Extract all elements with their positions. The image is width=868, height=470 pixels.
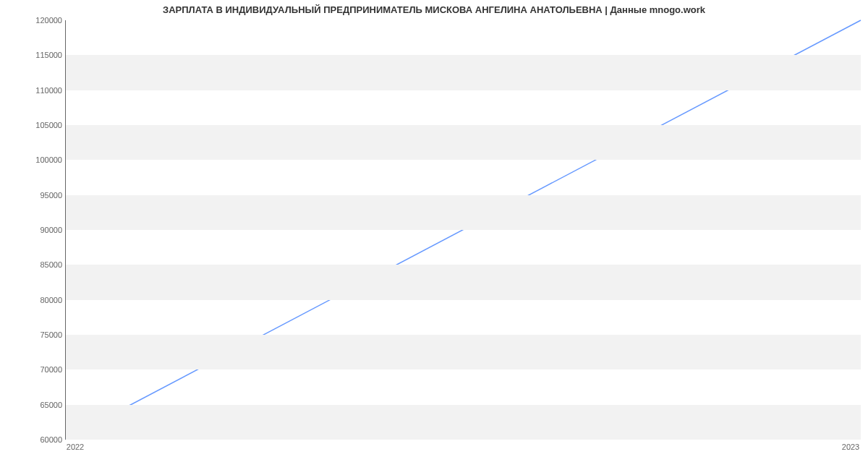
- y-tick-label: 100000: [4, 155, 62, 164]
- plot-area: [65, 20, 861, 440]
- grid-band: [66, 195, 861, 230]
- y-tick-label: 110000: [4, 86, 62, 95]
- grid-band: [66, 405, 861, 440]
- grid-band: [66, 265, 861, 299]
- y-tick-label: 105000: [4, 121, 62, 129]
- y-tick-label: 60000: [4, 435, 62, 444]
- y-tick-label: 75000: [4, 330, 62, 339]
- y-tick-label: 115000: [4, 51, 62, 59]
- x-tick-label: 2023: [842, 443, 859, 451]
- grid-band: [66, 55, 861, 90]
- y-tick-label: 120000: [4, 16, 62, 25]
- y-tick-label: 80000: [4, 296, 62, 304]
- chart-title: ЗАРПЛАТА В ИНДИВИДУАЛЬНЫЙ ПРЕДПРИНИМАТЕЛ…: [0, 4, 868, 15]
- y-tick-label: 95000: [4, 191, 62, 200]
- y-tick-label: 85000: [4, 260, 62, 269]
- chart-container: ЗАРПЛАТА В ИНДИВИДУАЛЬНЫЙ ПРЕДПРИНИМАТЕЛ…: [0, 0, 868, 470]
- grid-band: [66, 125, 861, 160]
- y-tick-label: 90000: [4, 226, 62, 234]
- grid-band: [66, 335, 861, 369]
- x-tick-label: 2022: [67, 443, 84, 451]
- y-tick-label: 65000: [4, 401, 62, 409]
- y-tick-label: 70000: [4, 365, 62, 374]
